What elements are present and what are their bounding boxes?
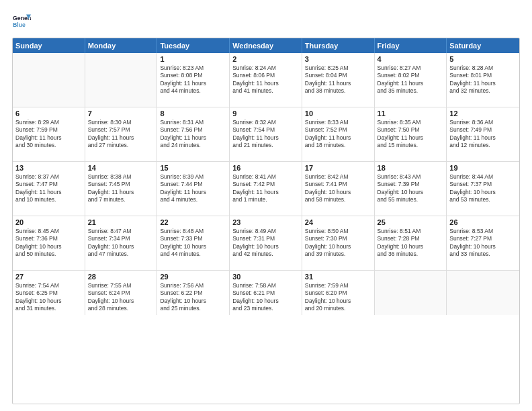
day-info: Sunrise: 7:56 AMSunset: 6:22 PMDaylight:…	[160, 282, 226, 313]
day-number: 9	[232, 109, 299, 118]
calendar-cell: 24Sunrise: 8:50 AMSunset: 7:30 PMDayligh…	[302, 216, 375, 270]
day-info: Sunrise: 8:37 AMSunset: 7:47 PMDaylight:…	[15, 173, 82, 204]
svg-text:Blue: Blue	[13, 21, 26, 28]
calendar-cell: 2Sunrise: 8:24 AMSunset: 8:06 PMDaylight…	[230, 53, 302, 107]
day-number: 31	[305, 273, 371, 281]
calendar-cell: 31Sunrise: 7:59 AMSunset: 6:20 PMDayligh…	[302, 271, 375, 315]
day-number: 10	[305, 109, 371, 118]
weekday-header: Monday	[85, 38, 158, 53]
calendar-cell	[447, 271, 519, 315]
day-number: 4	[378, 55, 444, 63]
calendar-row: 6Sunrise: 8:29 AMSunset: 7:59 PMDaylight…	[13, 107, 519, 162]
day-number: 19	[449, 164, 517, 172]
calendar-cell	[85, 53, 158, 107]
day-info: Sunrise: 8:30 AMSunset: 7:57 PMDaylight:…	[88, 119, 154, 150]
day-number: 16	[232, 164, 299, 172]
calendar-cell: 7Sunrise: 8:30 AMSunset: 7:57 PMDaylight…	[85, 107, 158, 161]
calendar-cell: 28Sunrise: 7:55 AMSunset: 6:24 PMDayligh…	[85, 271, 158, 315]
day-number: 11	[378, 109, 444, 118]
day-number: 14	[88, 164, 154, 172]
day-number: 18	[378, 164, 444, 172]
day-info: Sunrise: 7:55 AMSunset: 6:24 PMDaylight:…	[88, 282, 154, 313]
day-number: 7	[88, 109, 154, 118]
day-number: 12	[449, 109, 517, 118]
calendar-cell: 1Sunrise: 8:23 AMSunset: 8:08 PMDaylight…	[157, 53, 230, 107]
day-info: Sunrise: 8:50 AMSunset: 7:30 PMDaylight:…	[305, 228, 371, 259]
calendar-cell	[375, 271, 447, 315]
day-info: Sunrise: 8:42 AMSunset: 7:41 PMDaylight:…	[305, 173, 371, 204]
day-info: Sunrise: 8:44 AMSunset: 7:37 PMDaylight:…	[449, 173, 517, 204]
day-info: Sunrise: 8:33 AMSunset: 7:52 PMDaylight:…	[305, 119, 371, 150]
day-info: Sunrise: 8:47 AMSunset: 7:34 PMDaylight:…	[88, 228, 154, 259]
calendar-cell: 8Sunrise: 8:31 AMSunset: 7:56 PMDaylight…	[157, 107, 230, 161]
day-number: 24	[305, 218, 371, 226]
day-number: 1	[160, 55, 226, 63]
day-info: Sunrise: 8:49 AMSunset: 7:31 PMDaylight:…	[232, 228, 299, 259]
day-info: Sunrise: 8:32 AMSunset: 7:54 PMDaylight:…	[232, 119, 299, 150]
day-number: 29	[160, 273, 226, 281]
page: General Blue SundayMondayTuesdayWednesda…	[0, 0, 532, 411]
calendar-cell: 18Sunrise: 8:43 AMSunset: 7:39 PMDayligh…	[375, 162, 447, 216]
day-info: Sunrise: 8:31 AMSunset: 7:56 PMDaylight:…	[160, 119, 226, 150]
day-number: 15	[160, 164, 226, 172]
day-info: Sunrise: 8:36 AMSunset: 7:49 PMDaylight:…	[449, 119, 517, 150]
calendar-cell: 3Sunrise: 8:25 AMSunset: 8:04 PMDaylight…	[302, 53, 375, 107]
day-info: Sunrise: 7:59 AMSunset: 6:20 PMDaylight:…	[305, 282, 371, 313]
day-number: 21	[88, 218, 154, 226]
calendar-cell: 20Sunrise: 8:45 AMSunset: 7:36 PMDayligh…	[13, 216, 85, 270]
day-number: 8	[160, 109, 226, 118]
day-info: Sunrise: 8:24 AMSunset: 8:06 PMDaylight:…	[232, 64, 299, 95]
day-number: 17	[305, 164, 371, 172]
calendar-cell: 22Sunrise: 8:48 AMSunset: 7:33 PMDayligh…	[157, 216, 230, 270]
day-number: 25	[378, 218, 444, 226]
weekday-header: Sunday	[13, 38, 85, 53]
calendar-row: 1Sunrise: 8:23 AMSunset: 8:08 PMDaylight…	[13, 53, 519, 107]
calendar-header: SundayMondayTuesdayWednesdayThursdayFrid…	[13, 38, 519, 53]
calendar-cell: 9Sunrise: 8:32 AMSunset: 7:54 PMDaylight…	[230, 107, 302, 161]
calendar: SundayMondayTuesdayWednesdayThursdayFrid…	[12, 38, 520, 404]
day-number: 20	[15, 218, 82, 226]
day-info: Sunrise: 8:38 AMSunset: 7:45 PMDaylight:…	[88, 173, 154, 204]
calendar-cell: 29Sunrise: 7:56 AMSunset: 6:22 PMDayligh…	[157, 271, 230, 315]
calendar-body: 1Sunrise: 8:23 AMSunset: 8:08 PMDaylight…	[13, 53, 519, 315]
calendar-row: 13Sunrise: 8:37 AMSunset: 7:47 PMDayligh…	[13, 162, 519, 216]
calendar-cell	[13, 53, 85, 107]
calendar-cell: 27Sunrise: 7:54 AMSunset: 6:25 PMDayligh…	[13, 271, 85, 315]
day-info: Sunrise: 7:58 AMSunset: 6:21 PMDaylight:…	[232, 282, 299, 313]
day-info: Sunrise: 8:25 AMSunset: 8:04 PMDaylight:…	[305, 64, 371, 95]
calendar-cell: 16Sunrise: 8:41 AMSunset: 7:42 PMDayligh…	[230, 162, 302, 216]
day-info: Sunrise: 7:54 AMSunset: 6:25 PMDaylight:…	[15, 282, 82, 313]
day-number: 26	[449, 218, 517, 226]
day-info: Sunrise: 8:23 AMSunset: 8:08 PMDaylight:…	[160, 64, 226, 95]
weekday-header: Tuesday	[157, 38, 230, 53]
calendar-cell: 6Sunrise: 8:29 AMSunset: 7:59 PMDaylight…	[13, 107, 85, 161]
day-info: Sunrise: 8:29 AMSunset: 7:59 PMDaylight:…	[15, 119, 82, 150]
day-info: Sunrise: 8:51 AMSunset: 7:28 PMDaylight:…	[378, 228, 444, 259]
day-number: 3	[305, 55, 371, 63]
day-info: Sunrise: 8:27 AMSunset: 8:02 PMDaylight:…	[378, 64, 444, 95]
logo-icon: General Blue	[12, 12, 31, 31]
header: General Blue	[12, 12, 520, 31]
day-number: 30	[232, 273, 299, 281]
calendar-cell: 4Sunrise: 8:27 AMSunset: 8:02 PMDaylight…	[375, 53, 447, 107]
weekday-header: Friday	[375, 38, 447, 53]
day-info: Sunrise: 8:41 AMSunset: 7:42 PMDaylight:…	[232, 173, 299, 204]
calendar-row: 27Sunrise: 7:54 AMSunset: 6:25 PMDayligh…	[13, 271, 519, 315]
day-number: 6	[15, 109, 82, 118]
calendar-cell: 23Sunrise: 8:49 AMSunset: 7:31 PMDayligh…	[230, 216, 302, 270]
day-info: Sunrise: 8:28 AMSunset: 8:01 PMDaylight:…	[449, 64, 517, 95]
weekday-header: Thursday	[302, 38, 375, 53]
calendar-cell: 5Sunrise: 8:28 AMSunset: 8:01 PMDaylight…	[447, 53, 519, 107]
day-info: Sunrise: 8:35 AMSunset: 7:50 PMDaylight:…	[378, 119, 444, 150]
day-number: 13	[15, 164, 82, 172]
day-info: Sunrise: 8:43 AMSunset: 7:39 PMDaylight:…	[378, 173, 444, 204]
calendar-cell: 11Sunrise: 8:35 AMSunset: 7:50 PMDayligh…	[375, 107, 447, 161]
day-number: 27	[15, 273, 82, 281]
day-info: Sunrise: 8:45 AMSunset: 7:36 PMDaylight:…	[15, 228, 82, 259]
calendar-cell: 14Sunrise: 8:38 AMSunset: 7:45 PMDayligh…	[85, 162, 158, 216]
day-number: 23	[232, 218, 299, 226]
day-number: 2	[232, 55, 299, 63]
calendar-cell: 12Sunrise: 8:36 AMSunset: 7:49 PMDayligh…	[447, 107, 519, 161]
logo: General Blue	[12, 12, 31, 31]
day-number: 5	[449, 55, 517, 63]
